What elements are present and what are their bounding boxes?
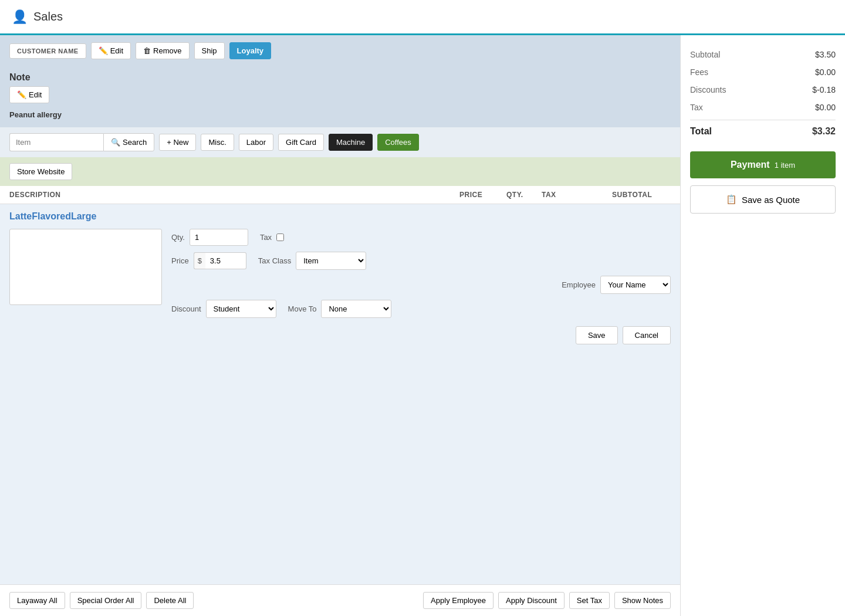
price-label: Price: [171, 256, 189, 265]
subtotal-row: Subtotal $3.50: [690, 47, 836, 62]
pencil-icon: ✏️: [17, 90, 26, 99]
toolbar: 🔍 Search + New Misc. Labor Gift Card Mac…: [0, 127, 680, 157]
right-panel: Subtotal $3.50 Fees $0.00 Discounts $-0.…: [681, 35, 845, 616]
machine-button[interactable]: Machine: [329, 134, 373, 151]
move-to-label: Move To: [288, 304, 317, 313]
sales-icon: 👤: [12, 9, 28, 25]
customer-bar: CUSTOMER NAME ✏️ Edit 🗑 Remove Ship Loya…: [0, 35, 680, 66]
tax-checkbox-label: Tax: [260, 233, 272, 242]
note-section: Note ✏️ Edit Peanut allergy: [0, 66, 680, 127]
customer-name-button[interactable]: CUSTOMER NAME: [9, 43, 86, 59]
loyalty-button[interactable]: Loyalty: [229, 42, 272, 59]
set-tax-button[interactable]: Set Tax: [569, 592, 610, 609]
discounts-row: Discounts $-0.18: [690, 82, 836, 97]
fees-row: Fees $0.00: [690, 65, 836, 80]
col-price: PRICE: [459, 191, 506, 199]
qty-label: Qty.: [171, 233, 185, 242]
gift-card-button[interactable]: Gift Card: [278, 134, 324, 151]
item-form: Qty. Tax Price $: [9, 229, 671, 344]
layaway-all-button[interactable]: Layaway All: [9, 592, 65, 609]
col-qty: QTY.: [506, 191, 542, 199]
fees-label: Fees: [690, 67, 708, 77]
discount-label: Discount: [171, 304, 201, 313]
apply-employee-button[interactable]: Apply Employee: [423, 592, 494, 609]
save-as-quote-button[interactable]: 📋 Save as Quote: [690, 185, 836, 214]
payment-item-count: 1 item: [775, 161, 795, 170]
new-button[interactable]: + New: [159, 134, 196, 151]
item-title: LatteFlavoredLarge: [9, 211, 671, 222]
col-tax: TAX: [542, 191, 612, 199]
tax-row: Tax $0.00: [690, 100, 836, 115]
ship-button[interactable]: Ship: [194, 42, 225, 59]
payment-button[interactable]: Payment 1 item: [690, 151, 836, 178]
show-notes-button[interactable]: Show Notes: [614, 592, 671, 609]
edit-customer-button[interactable]: ✏️ Edit: [91, 42, 131, 59]
remove-customer-button[interactable]: 🗑 Remove: [136, 42, 189, 59]
total-row: Total $3.32: [690, 120, 836, 140]
cancel-item-button[interactable]: Cancel: [623, 326, 671, 344]
edit-icon: ✏️: [99, 46, 108, 55]
employee-select[interactable]: Your Name Staff 1 Staff 2: [600, 276, 671, 294]
item-description-textarea[interactable]: [9, 229, 162, 305]
fees-value: $0.00: [815, 67, 836, 77]
total-label: Total: [690, 126, 712, 137]
app-header: 👤 Sales: [0, 0, 845, 35]
edit-note-button[interactable]: ✏️ Edit: [9, 86, 49, 103]
payment-label: Payment: [731, 160, 770, 170]
tax-class-select[interactable]: Item None Food Beverage: [296, 252, 366, 270]
price-group: $: [194, 252, 246, 269]
search-group: 🔍 Search: [9, 133, 154, 151]
tax-value: $0.00: [815, 103, 836, 112]
tax-checkbox[interactable]: [276, 233, 284, 241]
coffees-button[interactable]: Coffees: [377, 134, 419, 151]
item-section: LatteFlavoredLarge Qty. Tax: [0, 204, 680, 584]
bottom-bar: Layaway All Special Order All Delete All…: [0, 584, 680, 616]
total-value: $3.32: [812, 126, 836, 137]
form-actions: Save Cancel: [171, 326, 671, 344]
employee-label: Employee: [562, 280, 596, 289]
tax-class-label: Tax Class: [258, 256, 291, 265]
labor-button[interactable]: Labor: [239, 134, 273, 151]
col-description: DESCRIPTION: [9, 191, 459, 199]
col-subtotal: SUBTOTAL: [612, 191, 671, 199]
main-layout: CUSTOMER NAME ✏️ Edit 🗑 Remove Ship Loya…: [0, 35, 845, 616]
discounts-label: Discounts: [690, 85, 726, 94]
search-input[interactable]: [9, 133, 103, 151]
page-title: Sales: [33, 10, 63, 23]
search-button[interactable]: 🔍 Search: [103, 133, 154, 151]
subtotal-value: $3.50: [815, 50, 836, 59]
quote-icon: 📋: [726, 194, 737, 205]
table-header: DESCRIPTION PRICE QTY. TAX SUBTOTAL: [0, 186, 680, 204]
store-website-button[interactable]: Store Website: [9, 163, 72, 180]
apply-discount-button[interactable]: Apply Discount: [498, 592, 565, 609]
special-order-all-button[interactable]: Special Order All: [70, 592, 142, 609]
qty-input[interactable]: [190, 229, 248, 246]
trash-icon: 🗑: [143, 46, 151, 55]
search-icon: 🔍: [111, 138, 120, 147]
note-label: Note: [9, 72, 671, 83]
save-item-button[interactable]: Save: [576, 326, 618, 344]
misc-button[interactable]: Misc.: [201, 134, 234, 151]
payment-section: Payment 1 item 📋 Save as Quote: [690, 151, 836, 214]
store-website-bar: Store Website: [0, 157, 680, 186]
note-text: Peanut allergy: [9, 110, 671, 119]
move-to-select[interactable]: None Table 1 Table 2: [321, 300, 391, 318]
price-prefix: $: [194, 252, 205, 269]
tax-label: Tax: [690, 103, 703, 112]
item-fields: Qty. Tax Price $: [171, 229, 671, 344]
price-input[interactable]: [205, 252, 246, 269]
delete-all-button[interactable]: Delete All: [146, 592, 194, 609]
left-panel: CUSTOMER NAME ✏️ Edit 🗑 Remove Ship Loya…: [0, 35, 681, 616]
subtotal-label: Subtotal: [690, 50, 720, 59]
discounts-value: $-0.18: [812, 85, 836, 94]
discount-select[interactable]: Student None Employee Senior: [206, 300, 276, 318]
